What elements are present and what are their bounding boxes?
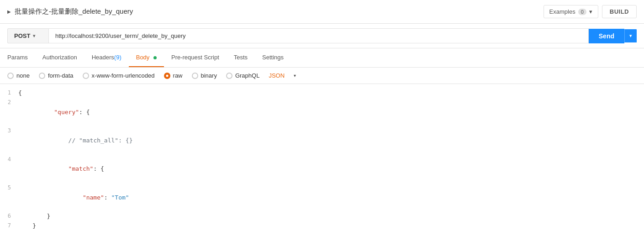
send-dropdown-button[interactable]: ▾ <box>624 29 637 42</box>
examples-label: Examples <box>549 8 575 15</box>
code-content-3: // "match_all": {} <box>18 126 644 155</box>
radio-binary <box>192 73 198 79</box>
code-line-6: 6 } <box>0 212 644 221</box>
top-bar-left: ▶ 批量操作之-批量删除_delete_by_query <box>7 7 133 16</box>
code-content-4: "match": { <box>18 155 644 184</box>
option-raw[interactable]: raw <box>164 72 183 79</box>
line-num-5: 5 <box>0 184 18 192</box>
code-content-5: "name": "Tom" <box>18 184 644 212</box>
code-content-1: { <box>18 89 644 98</box>
line-num-1: 1 <box>0 89 18 97</box>
top-bar-right: Examples 0 ▾ BUILD <box>544 5 637 18</box>
code-editor[interactable]: 1 { 2 "query": { 3 // "match_all": {} 4 … <box>0 84 644 231</box>
option-none[interactable]: none <box>7 72 30 79</box>
send-main-button[interactable]: Send <box>589 29 624 43</box>
radio-graphql <box>226 73 232 79</box>
radio-raw <box>164 73 170 79</box>
option-form-data[interactable]: form-data <box>39 72 74 79</box>
option-form-data-label: form-data <box>48 72 74 79</box>
option-x-www-form-urlencoded[interactable]: x-www-form-urlencoded <box>83 72 155 79</box>
method-label: POST <box>14 32 30 39</box>
tab-params[interactable]: Params <box>7 48 35 67</box>
code-line-5: 5 "name": "Tom" <box>0 184 644 212</box>
code-content-7: } <box>18 221 644 231</box>
build-button[interactable]: BUILD <box>602 5 637 18</box>
code-line-2: 2 "query": { <box>0 98 644 126</box>
method-select[interactable]: POST ▾ <box>7 28 48 43</box>
radio-x-www <box>83 73 89 79</box>
format-label: JSON <box>269 72 285 79</box>
tab-body-label: Body <box>136 54 150 61</box>
tab-tests[interactable]: Tests <box>227 48 255 67</box>
option-x-www-label: x-www-form-urlencoded <box>92 72 155 79</box>
tabs-bar: Params Authorization Headers(9) Body Pre… <box>0 48 644 68</box>
line-num-6: 6 <box>0 212 18 220</box>
examples-count: 0 <box>578 9 586 15</box>
line-num-3: 3 <box>0 126 18 135</box>
code-line-4: 4 "match": { <box>0 155 644 184</box>
option-binary-label: binary <box>201 72 217 79</box>
top-bar: ▶ 批量操作之-批量删除_delete_by_query Examples 0 … <box>0 0 644 24</box>
tab-body[interactable]: Body <box>129 48 164 67</box>
code-line-3: 3 // "match_all": {} <box>0 126 644 155</box>
code-line-1: 1 { <box>0 89 644 98</box>
headers-badge: (9) <box>114 54 121 61</box>
request-title: 批量操作之-批量删除_delete_by_query <box>15 7 133 16</box>
radio-form-data <box>39 73 45 79</box>
option-none-label: none <box>16 72 30 79</box>
tab-headers-label: Headers <box>92 54 114 61</box>
option-graphql-label: GraphQL <box>235 72 259 79</box>
chevron-down-icon: ▾ <box>589 8 592 15</box>
line-num-7: 7 <box>0 221 18 230</box>
tab-authorization[interactable]: Authorization <box>35 48 84 67</box>
option-binary[interactable]: binary <box>192 72 217 79</box>
line-num-2: 2 <box>0 98 18 107</box>
url-input[interactable] <box>48 28 589 43</box>
collapse-icon[interactable]: ▶ <box>7 9 11 14</box>
body-options-bar: none form-data x-www-form-urlencoded raw… <box>0 68 644 84</box>
body-dot-icon <box>153 56 157 59</box>
code-content-6: } <box>18 212 644 221</box>
tab-headers[interactable]: Headers(9) <box>84 48 129 67</box>
tab-settings[interactable]: Settings <box>255 48 291 67</box>
examples-button[interactable]: Examples 0 ▾ <box>544 5 598 18</box>
url-bar: POST ▾ Send ▾ <box>0 24 644 48</box>
line-num-4: 4 <box>0 155 18 164</box>
code-content-2: "query": { <box>18 98 644 126</box>
send-button-group: Send ▾ <box>589 29 637 43</box>
format-dropdown-icon[interactable]: ▾ <box>294 73 296 78</box>
option-graphql[interactable]: GraphQL <box>226 72 259 79</box>
tab-pre-request-script[interactable]: Pre-request Script <box>164 48 227 67</box>
method-chevron-icon: ▾ <box>33 33 35 38</box>
code-line-7: 7 } <box>0 221 644 231</box>
option-raw-label: raw <box>173 72 183 79</box>
radio-none <box>7 73 14 79</box>
